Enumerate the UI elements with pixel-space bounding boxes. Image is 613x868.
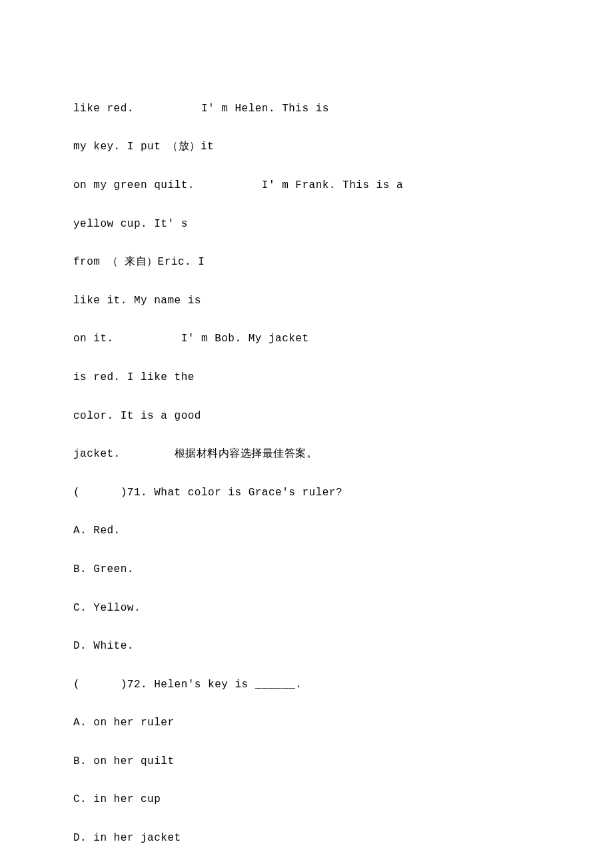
q72-option-a: A. on her ruler	[73, 713, 540, 733]
passage-line: like it. My name is	[73, 291, 540, 311]
passage-line: my key. I put （放）it	[73, 137, 540, 157]
q71-option-b: B. Green.	[73, 560, 540, 579]
q71-option-a: A. Red.	[73, 521, 540, 541]
q71-stem: ( )71. What color is Grace's ruler?	[73, 483, 540, 503]
q72-option-b: B. on her quilt	[73, 752, 540, 771]
passage-line: jacket. 根据材料内容选择最佳答案。	[73, 445, 540, 464]
passage-line: color. It is a good	[73, 407, 540, 426]
q71-option-c: C. Yellow.	[73, 599, 540, 618]
passage-line: from （ 来自）Eric. I	[73, 253, 540, 272]
passage-line: is red. I like the	[73, 368, 540, 387]
q72-option-c: C. in her cup	[73, 790, 540, 809]
q72-stem: ( )72. Helen's key is ______.	[73, 675, 540, 695]
passage-line: on it. I' m Bob. My jacket	[73, 329, 540, 349]
passage-line: like red. I' m Helen. This is	[73, 99, 540, 119]
passage-line: on my green quilt. I' m Frank. This is a	[73, 176, 540, 195]
q72-option-d: D. in her jacket	[73, 829, 540, 848]
passage-line: yellow cup. It' s	[73, 215, 540, 234]
q71-option-d: D. White.	[73, 637, 540, 656]
